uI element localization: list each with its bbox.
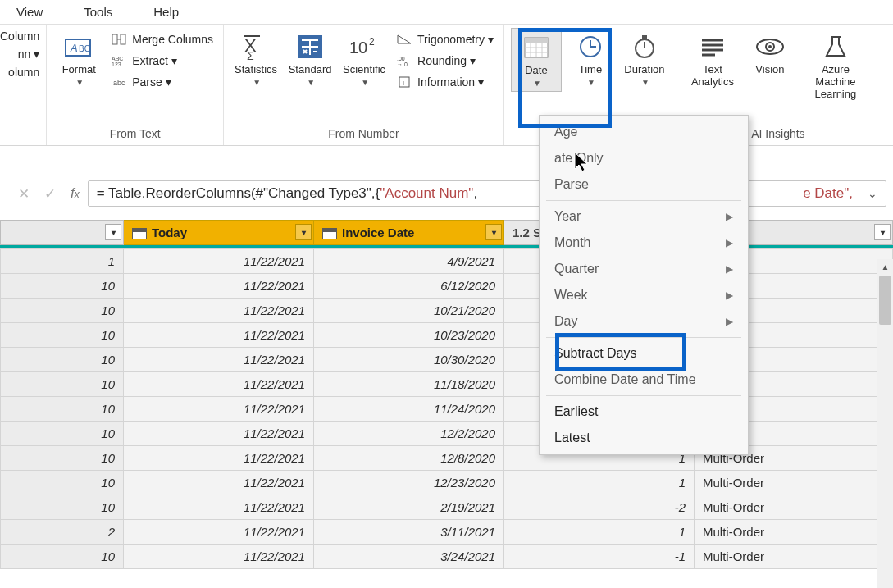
vertical-scrollbar[interactable]: ▲ bbox=[877, 259, 893, 588]
table-row[interactable]: 1011/22/202112/2/2020rder bbox=[1, 422, 893, 446]
cell-invoice: 4/9/2021 bbox=[314, 249, 504, 274]
filter-dropdown-icon[interactable]: ▾ bbox=[295, 224, 312, 240]
text-analytics-button[interactable]: Text Analytics bbox=[684, 28, 741, 92]
table-row[interactable]: 1011/22/202111/24/2020rder bbox=[1, 397, 893, 422]
trigonometry-button[interactable]: Trigonometry ▾ bbox=[393, 31, 497, 48]
formula-input[interactable]: = Table.ReorderColumns(#"Changed Type3",… bbox=[88, 180, 886, 207]
statistics-button[interactable]: XΣ Statistics▼ bbox=[230, 28, 281, 90]
cell-s: -2 bbox=[504, 495, 695, 520]
cell-account-type: Multi-Order bbox=[695, 520, 893, 545]
top-menu: View Tools Help bbox=[0, 0, 893, 25]
information-button[interactable]: i Information ▾ bbox=[393, 74, 497, 90]
scroll-thumb[interactable] bbox=[879, 276, 891, 325]
menu-week[interactable]: Week▶ bbox=[540, 282, 748, 308]
formula-bar: ✕ ✓ fx = Table.ReorderColumns(#"Changed … bbox=[0, 177, 893, 210]
extract-button[interactable]: ABC123 Extract ▾ bbox=[107, 52, 216, 69]
extract-label: Extract ▾ bbox=[132, 54, 176, 67]
filter-dropdown-icon[interactable]: ▾ bbox=[874, 224, 891, 240]
menu-day[interactable]: Day▶ bbox=[540, 308, 748, 335]
table-row[interactable]: 1011/22/202110/21/2020rder bbox=[1, 299, 893, 323]
vision-button[interactable]: Vision bbox=[745, 28, 795, 80]
trunc-olumn[interactable]: olumn bbox=[0, 66, 39, 79]
scroll-up-icon[interactable]: ▲ bbox=[877, 259, 893, 274]
filter-dropdown-icon[interactable]: ▾ bbox=[105, 224, 121, 240]
cell-index: 10 bbox=[1, 372, 124, 397]
text-analytics-label: Text Analytics bbox=[686, 64, 740, 89]
svg-text:.00: .00 bbox=[397, 56, 405, 62]
format-button[interactable]: ABC Format ▼ bbox=[53, 28, 104, 90]
table-row[interactable]: 1011/22/20213/24/2021-1Multi-Order bbox=[1, 545, 893, 569]
cell-s: -1 bbox=[504, 545, 695, 569]
cell-today: 11/22/2021 bbox=[124, 495, 314, 520]
cell-index: 1 bbox=[1, 249, 124, 274]
table-row[interactable]: 111/22/20214/9/2021rder bbox=[1, 249, 893, 274]
menu-date-only[interactable]: ate Only bbox=[540, 145, 748, 171]
standard-label: Standard bbox=[289, 64, 332, 76]
menu-combine[interactable]: Combine Date and Time bbox=[540, 367, 748, 393]
menu-age[interactable]: Age bbox=[540, 119, 748, 145]
cell-invoice: 11/24/2020 bbox=[314, 397, 504, 422]
commit-formula-icon[interactable]: ✓ bbox=[44, 185, 56, 203]
menu-month[interactable]: Month▶ bbox=[540, 230, 748, 256]
menu-help[interactable]: Help bbox=[153, 5, 179, 19]
date-button[interactable]: Date▼ bbox=[511, 28, 562, 92]
table-row[interactable]: 1011/22/202111/18/2020rder bbox=[1, 372, 893, 397]
cell-index: 10 bbox=[1, 422, 124, 446]
extract-icon: ABC123 bbox=[111, 54, 127, 67]
menu-tools[interactable]: Tools bbox=[84, 5, 112, 19]
rounding-button[interactable]: .00→.0 Rounding ▾ bbox=[393, 52, 497, 69]
menu-view[interactable]: View bbox=[16, 5, 43, 19]
fx-icon[interactable]: fx bbox=[71, 185, 80, 202]
cell-index: 10 bbox=[1, 323, 124, 348]
parse-button[interactable]: abc Parse ▾ bbox=[107, 74, 216, 90]
table-row[interactable]: 1011/22/202110/23/2020rder bbox=[1, 323, 893, 348]
menu-parse[interactable]: Parse bbox=[540, 171, 748, 198]
cancel-formula-icon[interactable]: ✕ bbox=[18, 185, 30, 203]
cell-invoice: 10/23/2020 bbox=[314, 323, 504, 348]
trunc-nn[interactable]: nn ▾ bbox=[0, 48, 39, 61]
table-row[interactable]: 211/22/20213/11/20211Multi-Order bbox=[1, 520, 893, 545]
cell-today: 11/22/2021 bbox=[124, 249, 314, 274]
cell-today: 11/22/2021 bbox=[124, 299, 314, 323]
menu-latest[interactable]: Latest bbox=[540, 425, 748, 451]
standard-button[interactable]: Standard▼ bbox=[285, 28, 335, 90]
time-button[interactable]: Time▼ bbox=[565, 28, 616, 90]
col-today[interactable]: Today▾ bbox=[124, 221, 314, 245]
submenu-arrow-icon: ▶ bbox=[726, 263, 733, 275]
filter-dropdown-icon[interactable]: ▾ bbox=[485, 224, 502, 240]
table-row[interactable]: 1011/22/20216/12/2020rder bbox=[1, 274, 893, 299]
vision-label: Vision bbox=[755, 64, 784, 76]
svg-text:i: i bbox=[403, 79, 404, 87]
duration-label: Duration bbox=[624, 64, 664, 76]
expand-formula-icon[interactable]: ⌄ bbox=[868, 187, 877, 200]
cell-index: 2 bbox=[1, 520, 124, 545]
table-row[interactable]: 1011/22/202110/30/2020rder bbox=[1, 348, 893, 372]
table-row[interactable]: 1011/22/202112/8/20201Multi-Order bbox=[1, 446, 893, 471]
scientific-button[interactable]: 102 Scientific▼ bbox=[339, 28, 390, 90]
col-invoice-label: Invoice Date bbox=[342, 226, 414, 239]
date-type-icon bbox=[132, 228, 147, 239]
menu-quarter[interactable]: Quarter▶ bbox=[540, 256, 748, 282]
col-invoice-date[interactable]: Invoice Date▾ bbox=[314, 221, 504, 245]
table-row[interactable]: 1011/22/20212/19/2021-2Multi-Order bbox=[1, 495, 893, 520]
info-icon: i bbox=[396, 75, 412, 89]
trunc-column[interactable]: Column bbox=[0, 30, 39, 43]
menu-separator bbox=[546, 337, 741, 338]
menu-separator bbox=[546, 200, 741, 201]
menu-earliest[interactable]: Earliest bbox=[540, 399, 748, 425]
menu-subtract-days[interactable]: Subtract Days bbox=[540, 340, 748, 367]
standard-icon bbox=[294, 31, 326, 62]
cell-s: 1 bbox=[504, 520, 695, 545]
date-type-icon bbox=[322, 228, 337, 239]
cell-today: 11/22/2021 bbox=[124, 446, 314, 471]
azure-ml-button[interactable]: Azure Machine Learning bbox=[799, 28, 872, 104]
sigma-icon: XΣ bbox=[239, 31, 272, 62]
table-row[interactable]: 1011/22/202112/23/20201Multi-Order bbox=[1, 471, 893, 495]
cell-invoice: 12/2/2020 bbox=[314, 422, 504, 446]
col-today-label: Today bbox=[152, 226, 187, 239]
col-index[interactable]: ▾ bbox=[1, 221, 124, 245]
menu-year[interactable]: Year▶ bbox=[540, 203, 748, 230]
duration-button[interactable]: Duration▼ bbox=[619, 28, 670, 90]
merge-columns-button[interactable]: Merge Columns bbox=[107, 31, 216, 48]
svg-text:abc: abc bbox=[113, 79, 125, 87]
